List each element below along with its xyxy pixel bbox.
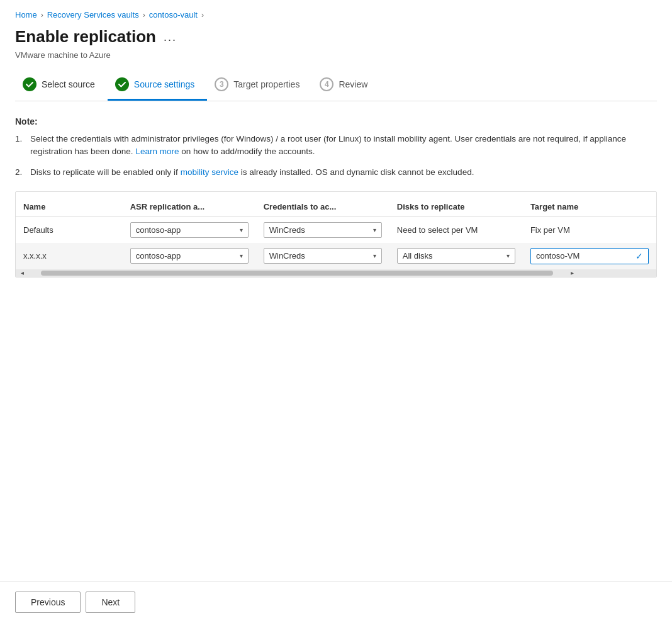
step-1-check-icon [23, 77, 36, 91]
table-row-defaults: Defaults contoso-app ▾ WinCreds ▾ Need [16, 216, 656, 243]
col-header-name: Name [16, 197, 123, 217]
table-row-vm: x.x.x.x contoso-app ▾ WinCreds ▾ [16, 243, 656, 269]
defaults-creds-dropdown[interactable]: WinCreds ▾ [264, 222, 382, 238]
vm-disks-cell: All disks ▾ [389, 243, 523, 269]
step-3-circle: 3 [215, 77, 228, 91]
vm-creds-cell: WinCreds ▾ [256, 243, 389, 269]
breadcrumb: Home › Recovery Services vaults › contos… [15, 10, 657, 20]
page-title: Enable replication [15, 27, 156, 47]
defaults-asr-value: contoso-app [136, 225, 181, 235]
defaults-target: Fix per VM [523, 216, 656, 243]
next-button[interactable]: Next [86, 592, 135, 613]
wizard-step-3[interactable]: 3 Target properties [207, 72, 312, 101]
note-2-mobility-link[interactable]: mobility service [181, 167, 238, 177]
vm-disks-caret-icon: ▾ [507, 252, 510, 259]
page-subtitle: VMware machine to Azure [15, 50, 657, 60]
col-header-asr: ASR replication a... [123, 197, 256, 217]
col-header-disks: Disks to replicate [389, 197, 523, 217]
breadcrumb-vault[interactable]: contoso-vault [149, 10, 198, 20]
defaults-asr-cell: contoso-app ▾ [123, 216, 256, 243]
defaults-asr-caret-icon: ▾ [240, 227, 243, 233]
note-2-text-before: Disks to replicate will be enabled only … [30, 167, 178, 177]
breadcrumb-vaults[interactable]: Recovery Services vaults [47, 10, 139, 20]
step-4-label: Review [339, 79, 367, 89]
vm-table: Name ASR replication a... Credentials to… [16, 197, 656, 269]
vm-asr-dropdown[interactable]: contoso-app ▾ [130, 248, 249, 264]
scrollbar-thumb[interactable] [41, 271, 553, 276]
vm-creds-dropdown[interactable]: WinCreds ▾ [264, 248, 382, 264]
vm-disks-value: All disks [403, 251, 433, 261]
vm-asr-cell: contoso-app ▾ [123, 243, 256, 269]
breadcrumb-sep-1: › [41, 11, 43, 20]
step-2-check-icon [115, 77, 129, 91]
note-title: Note: [15, 116, 657, 126]
defaults-creds-value: WinCreds [269, 225, 305, 235]
note-item-1: 1. Select the credentials with administr… [15, 133, 657, 159]
step-1-label: Select source [42, 79, 95, 89]
vm-disks-dropdown[interactable]: All disks ▾ [397, 248, 515, 264]
breadcrumb-sep-3: › [201, 11, 204, 20]
wizard-step-4[interactable]: 4 Review [312, 72, 380, 101]
vm-asr-caret-icon: ▾ [240, 252, 243, 259]
wizard-steps: Select source Source settings 3 Target p… [15, 72, 657, 101]
defaults-asr-dropdown[interactable]: contoso-app ▾ [130, 222, 249, 238]
vm-creds-caret-icon: ▾ [373, 252, 376, 259]
scroll-left-arrow[interactable]: ◂ [16, 269, 28, 277]
wizard-step-2[interactable]: Source settings [108, 72, 208, 101]
horizontal-scrollbar[interactable]: ◂ ▸ [16, 269, 656, 277]
note-2-text-after-2: is already installed. OS and dynamic dis… [241, 167, 474, 177]
step-3-label: Target properties [233, 79, 300, 89]
defaults-creds-cell: WinCreds ▾ [256, 216, 389, 243]
vm-target-dropdown[interactable]: contoso-VM ✓ [530, 248, 649, 264]
breadcrumb-home[interactable]: Home [15, 10, 37, 20]
step-4-circle: 4 [320, 77, 333, 91]
vm-target-cell: contoso-VM ✓ [523, 243, 656, 269]
note-section: Note: 1. Select the credentials with adm… [15, 116, 657, 179]
previous-button[interactable]: Previous [15, 592, 81, 613]
ellipsis-button[interactable]: ... [164, 31, 177, 44]
note-list: 1. Select the credentials with administr… [15, 133, 657, 179]
wizard-step-1[interactable]: Select source [15, 72, 108, 101]
defaults-name: Defaults [16, 216, 123, 243]
footer: Previous Next [0, 581, 672, 623]
col-header-credentials: Credentials to ac... [256, 197, 389, 217]
breadcrumb-sep-2: › [143, 11, 145, 20]
defaults-disks: Need to select per VM [389, 216, 523, 243]
col-header-target: Target name [523, 197, 656, 217]
step-2-label: Source settings [134, 79, 195, 89]
vm-target-check-icon: ✓ [636, 251, 643, 261]
vm-name: x.x.x.x [16, 243, 123, 269]
table-header-row: Name ASR replication a... Credentials to… [16, 197, 656, 217]
scroll-right-arrow[interactable]: ▸ [566, 269, 578, 277]
vm-target-value: contoso-VM [536, 251, 580, 261]
note-1-text-before: Select the credentials with administrato… [30, 134, 626, 156]
note-item-2: 2. Disks to replicate will be enabled on… [15, 166, 657, 179]
note-1-text-after-2: on how to add/modify the accounts. [181, 147, 315, 156]
vm-table-wrapper: Name ASR replication a... Credentials to… [15, 191, 657, 278]
vm-asr-value: contoso-app [136, 251, 181, 261]
vm-creds-value: WinCreds [269, 251, 305, 261]
note-1-learn-more-link[interactable]: Learn more [135, 147, 179, 156]
defaults-creds-caret-icon: ▾ [373, 227, 376, 233]
